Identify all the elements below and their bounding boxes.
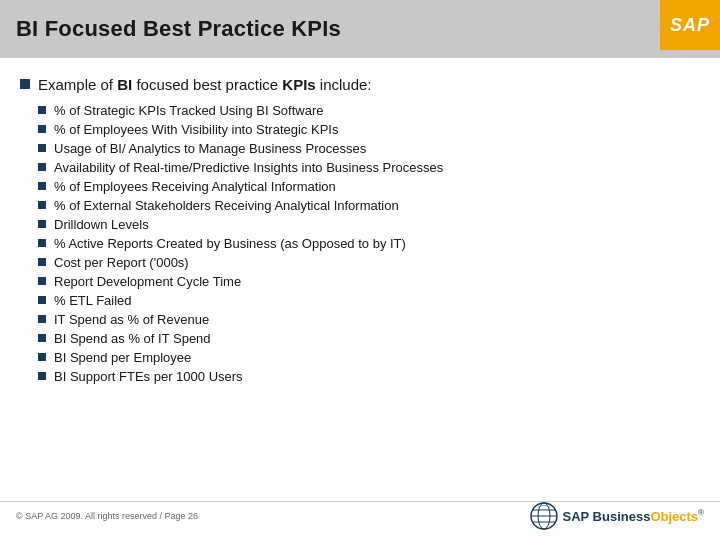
list-item: % of Employees Receiving Analytical Info… <box>38 179 700 194</box>
slide: BI Focused Best Practice KPIs SAP Exampl… <box>0 0 720 540</box>
header-title: BI Focused Best Practice KPIs <box>16 16 341 42</box>
list-item: Usage of BI/ Analytics to Manage Busines… <box>38 141 700 156</box>
sub-bullet-icon <box>38 125 46 133</box>
list-item: % Active Reports Created by Business (as… <box>38 236 700 251</box>
sub-item-text: IT Spend as % of Revenue <box>54 312 209 327</box>
main-bullet-bi: BI <box>117 76 132 93</box>
sub-item-text: Report Development Cycle Time <box>54 274 241 289</box>
list-item: BI Spend per Employee <box>38 350 700 365</box>
sub-bullet-icon <box>38 239 46 247</box>
sub-bullet-icon <box>38 334 46 342</box>
sub-item-text: Drilldown Levels <box>54 217 149 232</box>
sap-bo-logo: SAP BusinessObjects® <box>530 502 704 530</box>
sub-bullet-icon <box>38 220 46 228</box>
sub-bullet-icon <box>38 372 46 380</box>
sub-bullet-icon <box>38 201 46 209</box>
sub-item-text: Cost per Report ('000s) <box>54 255 189 270</box>
sap-bo-brand: SAP Business <box>562 509 650 524</box>
main-bullet-icon <box>20 79 30 89</box>
sub-item-text: % of External Stakeholders Receiving Ana… <box>54 198 399 213</box>
list-item: % of Strategic KPIs Tracked Using BI Sof… <box>38 103 700 118</box>
sub-items-list: % of Strategic KPIs Tracked Using BI Sof… <box>38 103 700 384</box>
sub-item-text: % of Employees Receiving Analytical Info… <box>54 179 336 194</box>
footer: © SAP AG 2009. All rights reserved / Pag… <box>0 501 720 530</box>
sub-item-text: % ETL Failed <box>54 293 132 308</box>
sub-bullet-icon <box>38 315 46 323</box>
main-bullet-middle: focused best practice <box>132 76 282 93</box>
sub-bullet-icon <box>38 106 46 114</box>
sub-bullet-icon <box>38 258 46 266</box>
main-bullet-prefix: Example of <box>38 76 117 93</box>
sub-item-text: Usage of BI/ Analytics to Manage Busines… <box>54 141 366 156</box>
sub-item-text: BI Spend as % of IT Spend <box>54 331 211 346</box>
main-bullet-text: Example of BI focused best practice KPIs… <box>38 76 372 93</box>
main-bullet-kpis: KPIs <box>282 76 315 93</box>
sap-bo-text-group: SAP BusinessObjects® <box>562 507 704 525</box>
main-bullet-suffix: include: <box>316 76 372 93</box>
header: BI Focused Best Practice KPIs SAP <box>0 0 720 58</box>
sap-bo-objects: Objects <box>650 509 698 524</box>
sub-item-text: Availability of Real-time/Predictive Ins… <box>54 160 443 175</box>
sub-item-text: % of Strategic KPIs Tracked Using BI Sof… <box>54 103 324 118</box>
list-item: Drilldown Levels <box>38 217 700 232</box>
sap-bo-registered: ® <box>698 508 704 517</box>
sub-bullet-icon <box>38 277 46 285</box>
sub-item-text: BI Spend per Employee <box>54 350 191 365</box>
sub-bullet-icon <box>38 163 46 171</box>
list-item: BI Spend as % of IT Spend <box>38 331 700 346</box>
main-bullet: Example of BI focused best practice KPIs… <box>20 76 700 93</box>
list-item: % of Employees With Visibility into Stra… <box>38 122 700 137</box>
main-content: Example of BI focused best practice KPIs… <box>0 58 720 398</box>
sap-logo-text: SAP <box>670 15 710 36</box>
sub-bullet-icon <box>38 353 46 361</box>
list-item: BI Support FTEs per 1000 Users <box>38 369 700 384</box>
footer-copyright: © SAP AG 2009. All rights reserved / Pag… <box>16 511 198 521</box>
sub-bullet-icon <box>38 296 46 304</box>
sub-bullet-icon <box>38 144 46 152</box>
list-item: % ETL Failed <box>38 293 700 308</box>
list-item: Cost per Report ('000s) <box>38 255 700 270</box>
sub-item-text: % of Employees With Visibility into Stra… <box>54 122 338 137</box>
list-item: Availability of Real-time/Predictive Ins… <box>38 160 700 175</box>
list-item: IT Spend as % of Revenue <box>38 312 700 327</box>
sap-logo-box: SAP <box>660 0 720 50</box>
globe-icon <box>530 502 558 530</box>
sub-item-text: % Active Reports Created by Business (as… <box>54 236 406 251</box>
list-item: Report Development Cycle Time <box>38 274 700 289</box>
sub-item-text: BI Support FTEs per 1000 Users <box>54 369 243 384</box>
list-item: % of External Stakeholders Receiving Ana… <box>38 198 700 213</box>
sub-bullet-icon <box>38 182 46 190</box>
